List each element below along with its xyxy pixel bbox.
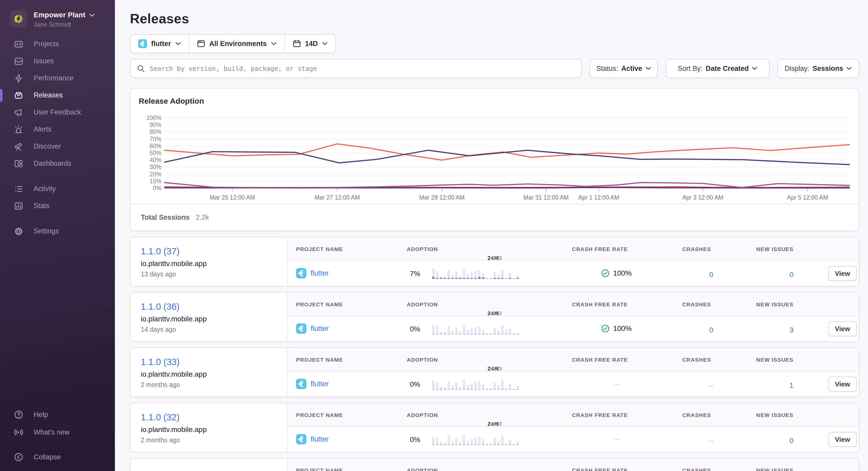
sidebar-item-label: Stats bbox=[34, 202, 50, 210]
svg-text:Apr 1 12:00 AM: Apr 1 12:00 AM bbox=[578, 194, 619, 201]
project-filter[interactable]: flutter bbox=[130, 35, 189, 53]
chevron-down-icon bbox=[322, 42, 328, 45]
main-content: Releases flutter All Environments bbox=[115, 0, 868, 471]
new-issues-link[interactable]: 3 bbox=[789, 326, 794, 334]
app-window: Empower Plant Jane Schmidt ProjectsIssue… bbox=[0, 0, 868, 471]
sidebar-item-whats-new[interactable]: What's new bbox=[0, 424, 115, 441]
view-button[interactable]: View bbox=[828, 266, 857, 281]
status-dropdown[interactable]: Status:Active bbox=[590, 59, 658, 78]
svg-text:90%: 90% bbox=[150, 122, 161, 128]
stats-icon bbox=[14, 201, 23, 211]
crash-free-empty: – bbox=[614, 435, 619, 443]
date-filter[interactable]: 14D bbox=[284, 35, 336, 53]
release-age: 13 days ago bbox=[141, 270, 279, 278]
flutter-project-icon bbox=[296, 324, 306, 334]
flutter-logo bbox=[298, 381, 304, 387]
new-issues-link[interactable]: 0 bbox=[789, 437, 794, 445]
sidebar-item-stats[interactable]: Stats bbox=[0, 198, 115, 214]
chart-footer: Total Sessions 2.2k bbox=[130, 204, 859, 231]
release-package: io.planttv.mobile.app bbox=[141, 426, 279, 434]
sidebar-item-user-feedback[interactable]: User Feedback bbox=[0, 104, 115, 121]
project-link[interactable]: flutter bbox=[311, 435, 329, 443]
release-card: 1.1.0 (32)io.planttv.mobile.app2 months … bbox=[130, 403, 859, 452]
sidebar-item-releases[interactable]: Releases bbox=[0, 87, 115, 104]
flutter-project-icon bbox=[296, 268, 306, 278]
range-14d-toggle[interactable]: 14D bbox=[491, 366, 502, 372]
sidebar-item-label: Releases bbox=[34, 91, 63, 99]
release-version-link[interactable]: 1.1.0 (37) bbox=[141, 246, 180, 257]
col-project-name: PROJECT NAME bbox=[296, 467, 343, 471]
svg-text:40%: 40% bbox=[150, 157, 161, 163]
range-14d-toggle[interactable]: 14D bbox=[491, 421, 502, 427]
sidebar-item-help[interactable]: Help bbox=[0, 406, 115, 424]
total-sessions-label: Total Sessions bbox=[141, 213, 190, 222]
svg-text:Apr 3 12:00 AM: Apr 3 12:00 AM bbox=[682, 194, 723, 201]
release-summary: 1.1.0 (37)io.planttv.mobile.app13 days a… bbox=[130, 237, 288, 286]
issues-icon bbox=[14, 57, 23, 66]
sort-dropdown[interactable]: Sort By:Date Created bbox=[665, 59, 770, 78]
project-link[interactable]: flutter bbox=[311, 325, 329, 333]
sidebar-item-dashboards[interactable]: Dashboards bbox=[0, 155, 115, 172]
sidebar-item-collapse[interactable]: Collapse bbox=[0, 448, 115, 466]
project-link[interactable]: flutter bbox=[311, 380, 329, 388]
release-adoption-chart[interactable]: 100%90%80%70%60%50%40%30%20%10%0%Mar 25 … bbox=[139, 107, 851, 202]
range-14d-toggle[interactable]: 14D bbox=[491, 310, 502, 316]
sidebar-item-projects[interactable]: Projects bbox=[0, 36, 115, 53]
sidebar-item-label: What's new bbox=[34, 428, 70, 436]
dropdown-value: Active bbox=[621, 65, 642, 73]
crashes-link[interactable]: 0 bbox=[709, 271, 713, 279]
dropdown-label: Status: bbox=[596, 65, 618, 73]
col-adoption: ADOPTION bbox=[386, 246, 459, 252]
settings-icon bbox=[14, 227, 23, 236]
releases-icon bbox=[14, 91, 23, 100]
svg-text:70%: 70% bbox=[150, 136, 161, 142]
new-issues-link[interactable]: 0 bbox=[789, 271, 794, 279]
dropdown-label: Sort By: bbox=[678, 65, 703, 73]
release-version-link[interactable]: 1.1.0 (36) bbox=[141, 301, 180, 312]
sidebar-item-label: Projects bbox=[34, 40, 59, 48]
sidebar-nav-group: ProjectsIssuesPerformanceReleasesUser Fe… bbox=[0, 36, 115, 172]
release-card: 1.1.0 (37)io.planttv.mobile.app13 days a… bbox=[130, 237, 859, 287]
svg-text:Apr 5 12:00 AM: Apr 5 12:00 AM bbox=[787, 194, 828, 201]
release-card: 1.1.0 (33)io.planttv.mobile.app2 months … bbox=[130, 347, 859, 397]
release-version-link[interactable]: 1.1.0 (33) bbox=[141, 357, 180, 367]
sessions-sparkline bbox=[432, 377, 520, 391]
discover-icon bbox=[14, 142, 23, 151]
check-circle-icon bbox=[601, 325, 610, 333]
range-14d-toggle[interactable]: 14D bbox=[491, 255, 502, 261]
col-new-issues: NEW ISSUES bbox=[728, 301, 822, 308]
project-link[interactable]: flutter bbox=[311, 269, 329, 277]
sidebar-item-performance[interactable]: Performance bbox=[0, 70, 115, 87]
release-card-partial: PROJECT NAMEADOPTION24H14DCRASH FREE RAT… bbox=[130, 458, 859, 471]
display-dropdown[interactable]: Display:Sessions bbox=[777, 59, 859, 78]
org-logo bbox=[10, 10, 27, 27]
view-button[interactable]: View bbox=[828, 321, 857, 336]
sidebar-item-settings[interactable]: Settings bbox=[0, 223, 115, 240]
search-icon bbox=[137, 64, 145, 73]
svg-text:Mar 25 12:00 AM: Mar 25 12:00 AM bbox=[210, 194, 255, 201]
sidebar-item-activity[interactable]: Activity bbox=[0, 180, 115, 198]
help-icon bbox=[14, 410, 23, 419]
release-table-header: PROJECT NAMEADOPTION24H14DCRASH FREE RAT… bbox=[288, 459, 859, 471]
chevron-down-icon bbox=[175, 42, 181, 45]
crashes-link[interactable]: 0 bbox=[709, 326, 713, 334]
sidebar-item-alerts[interactable]: Alerts bbox=[0, 121, 115, 138]
release-package: io.planttv.mobile.app bbox=[141, 260, 279, 268]
svg-text:Mar 29 12:00 AM: Mar 29 12:00 AM bbox=[419, 194, 465, 201]
environment-filter[interactable]: All Environments bbox=[189, 35, 284, 53]
sidebar-item-issues[interactable]: Issues bbox=[0, 53, 115, 70]
sessions-sparkline bbox=[432, 322, 520, 336]
new-issues-link[interactable]: 1 bbox=[789, 381, 794, 389]
org-switcher[interactable]: Empower Plant Jane Schmidt bbox=[0, 0, 115, 28]
sidebar-item-label: Help bbox=[34, 411, 48, 419]
adoption-value: 0% bbox=[365, 325, 420, 333]
col-new-issues: NEW ISSUES bbox=[728, 246, 822, 252]
search-input[interactable] bbox=[150, 65, 575, 72]
dropdown-value: Sessions bbox=[813, 65, 843, 73]
view-button[interactable]: View bbox=[828, 377, 857, 392]
flutter-logo bbox=[298, 270, 304, 276]
view-button[interactable]: View bbox=[828, 432, 857, 447]
release-version-link[interactable]: 1.1.0 (32) bbox=[141, 412, 180, 423]
sidebar-item-discover[interactable]: Discover bbox=[0, 138, 115, 155]
empower-plant-logo-icon bbox=[12, 13, 25, 25]
